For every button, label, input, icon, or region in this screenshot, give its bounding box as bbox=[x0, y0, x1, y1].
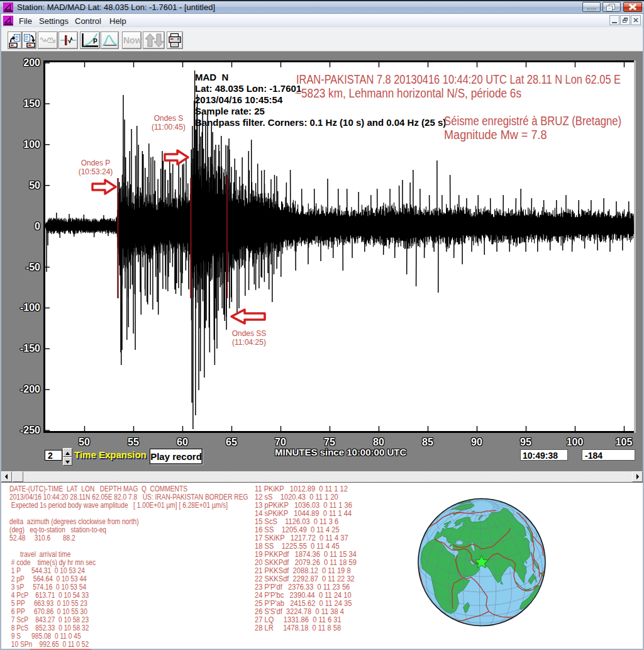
svg-text:p: p bbox=[93, 36, 97, 43]
